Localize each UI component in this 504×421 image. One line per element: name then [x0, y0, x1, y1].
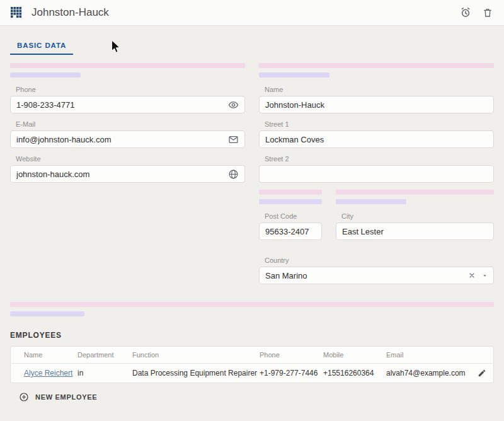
employees-section: EMPLOYEES Name Department Function Phone… [10, 331, 494, 402]
new-employee-button[interactable]: NEW EMPLOYEE [19, 392, 97, 402]
edit-icon[interactable] [471, 369, 493, 378]
skeleton-group [259, 63, 494, 78]
employee-phone: +1-979-277-7446 [260, 369, 323, 378]
globe-icon[interactable] [228, 169, 239, 180]
skeleton-group [10, 63, 245, 78]
city-input-wrap [336, 222, 494, 240]
phone-input-wrap [10, 96, 245, 113]
street2-input-wrap [259, 165, 494, 183]
postcode-field-group: Post Code [259, 212, 322, 240]
eye-icon[interactable] [228, 100, 239, 110]
table-row[interactable]: Alyce Reichert in Data Processing Equipm… [11, 364, 493, 383]
skeleton-bar-pink [10, 63, 245, 68]
company-icon [10, 6, 23, 19]
delete-icon[interactable] [483, 7, 493, 18]
basic-data-panel: Phone E-Mail [0, 55, 504, 402]
country-select[interactable]: San Marino [259, 267, 494, 284]
reminder-icon[interactable] [460, 7, 471, 18]
caret-down-icon[interactable] [481, 272, 488, 279]
street1-field-group: Street 1 [259, 120, 494, 148]
name-input-wrap [259, 96, 494, 113]
postcode-input-wrap [259, 222, 322, 240]
skeleton-group [10, 302, 494, 316]
website-label: Website [10, 155, 245, 163]
clear-icon[interactable] [468, 272, 476, 279]
street1-input-wrap [259, 130, 494, 148]
skeleton-bar-pink [259, 190, 322, 195]
street1-input[interactable] [265, 135, 488, 144]
email-input[interactable] [16, 135, 228, 144]
employee-name-link[interactable]: Alyce Reichert [24, 369, 72, 378]
tab-bar: BASIC DATA [0, 26, 504, 55]
column-header-function: Function [132, 351, 260, 359]
email-field-group: E-Mail [10, 120, 245, 148]
column-header-name: Name [24, 351, 77, 359]
tab-basic-data[interactable]: BASIC DATA [10, 35, 73, 55]
phone-input[interactable] [16, 100, 228, 110]
form-right-column: Name Street 1 Street 2 [259, 63, 494, 291]
address-row: Post Code City [259, 190, 494, 247]
employees-table: Name Department Function Phone Mobile Em… [10, 346, 494, 383]
skeleton-bar-purple [336, 199, 406, 204]
email-label: E-Mail [10, 120, 245, 128]
city-label: City [336, 212, 494, 220]
name-label: Name [259, 86, 494, 93]
city-column: City [336, 190, 494, 247]
column-header-department: Department [77, 351, 132, 359]
employee-mobile: +15516260364 [323, 369, 386, 378]
skeleton-bar-purple [259, 72, 329, 78]
city-field-group: City [336, 212, 494, 240]
name-field-group: Name [259, 86, 494, 113]
street2-label: Street 2 [259, 155, 494, 163]
skeleton-bar-pink [336, 190, 494, 195]
postcode-input[interactable] [265, 227, 316, 236]
form-left-column: Phone E-Mail [10, 63, 245, 291]
column-header-phone: Phone [260, 351, 323, 359]
street2-field-group: Street 2 [259, 155, 494, 183]
website-input-wrap [10, 165, 245, 183]
skeleton-bar-purple [10, 311, 84, 316]
skeleton-group [336, 190, 494, 204]
employee-department: in [77, 369, 132, 378]
street1-label: Street 1 [259, 120, 494, 128]
skeleton-group [259, 190, 322, 204]
app-header: Johnston-Hauck [0, 0, 504, 26]
skeleton-bar-pink [259, 63, 494, 68]
postcode-label: Post Code [259, 212, 322, 220]
email-input-wrap [10, 130, 245, 148]
plus-circle-icon [19, 392, 29, 402]
skeleton-bar-purple [259, 199, 322, 204]
postcode-column: Post Code [259, 190, 322, 247]
country-value: San Marino [265, 271, 462, 280]
employees-table-header: Name Department Function Phone Mobile Em… [11, 347, 493, 364]
phone-field-group: Phone [10, 86, 245, 113]
employees-heading: EMPLOYEES [10, 331, 494, 340]
country-field-group: Country San Marino [259, 257, 494, 284]
website-input[interactable] [16, 170, 228, 179]
city-input[interactable] [342, 227, 488, 236]
name-input[interactable] [265, 100, 488, 110]
employee-email: alvah74@example.com [386, 369, 471, 378]
new-employee-label: NEW EMPLOYEE [35, 393, 97, 401]
skeleton-bar-purple [10, 72, 81, 78]
page-title: Johnston-Hauck [32, 6, 460, 19]
country-label: Country [259, 257, 494, 264]
employee-function: Data Processing Equipment Repairer [132, 369, 260, 378]
phone-label: Phone [10, 86, 245, 93]
header-actions [460, 7, 493, 18]
envelope-icon[interactable] [228, 134, 239, 145]
website-field-group: Website [10, 155, 245, 183]
skeleton-bar-pink [10, 302, 494, 307]
column-header-mobile: Mobile [323, 351, 386, 359]
app-window: Johnston-Hauck BASIC DATA [0, 0, 504, 421]
street2-input[interactable] [265, 170, 488, 179]
column-header-email: Email [386, 351, 471, 359]
